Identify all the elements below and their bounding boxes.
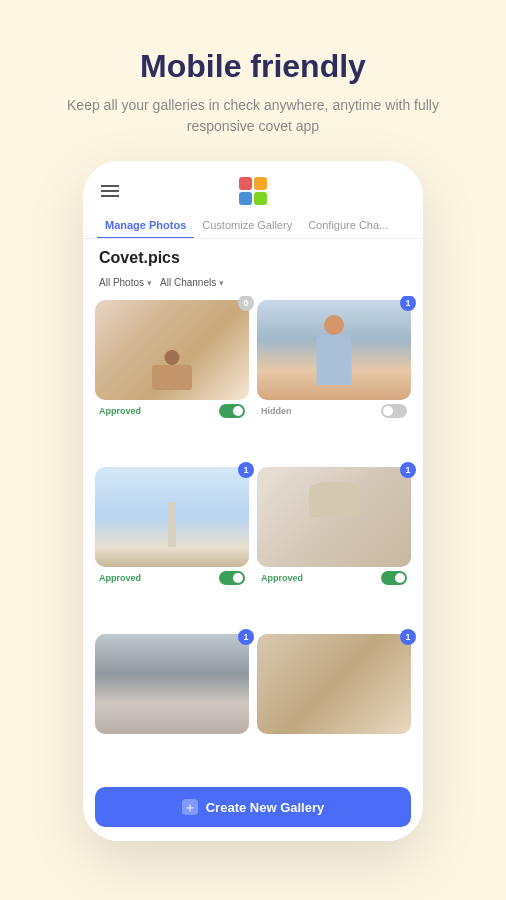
toggle-2[interactable] — [381, 404, 407, 418]
photo-image-5 — [95, 634, 249, 734]
badge-5: 1 — [238, 629, 254, 645]
page-header: Mobile friendly Keep all your galleries … — [0, 0, 506, 161]
toggle-4[interactable] — [381, 571, 407, 585]
status-label-1: Approved — [99, 406, 141, 416]
photo-card-1[interactable]: 0 Approved — [95, 300, 249, 459]
photo-image-2 — [257, 300, 411, 400]
logo-cell-i — [254, 177, 267, 190]
menu-icon[interactable] — [101, 185, 119, 197]
photo-card-4[interactable]: 1 Approved — [257, 467, 411, 626]
photo-card-2[interactable]: 1 Hidden — [257, 300, 411, 459]
tab-configure-channels[interactable]: Configure Cha... — [300, 213, 396, 239]
badge-1: 0 — [238, 296, 254, 311]
status-row-1: Approved — [95, 400, 249, 418]
page-title: Mobile friendly — [40, 48, 466, 85]
photo-card-5[interactable]: 1 — [95, 634, 249, 775]
nav-tabs: Manage Photos Customize Gallery Configur… — [83, 213, 423, 239]
tab-customize-gallery[interactable]: Customize Gallery — [194, 213, 300, 239]
status-label-3: Approved — [99, 573, 141, 583]
filter-all-channels[interactable]: All Channels — [160, 277, 224, 288]
status-label-4: Approved — [261, 573, 303, 583]
phone-mockup: Manage Photos Customize Gallery Configur… — [83, 161, 423, 841]
toggle-1[interactable] — [219, 404, 245, 418]
photo-image-1 — [95, 300, 249, 400]
photo-card-3[interactable]: 1 Approved — [95, 467, 249, 626]
create-gallery-label: Create New Gallery — [206, 800, 325, 815]
badge-4: 1 — [400, 462, 416, 478]
badge-3: 1 — [238, 462, 254, 478]
logo-cell-p — [239, 177, 252, 190]
badge-6: 1 — [400, 629, 416, 645]
photo-image-4 — [257, 467, 411, 567]
filter-row: All Photos All Channels — [83, 273, 423, 296]
logo-cell-c — [239, 192, 252, 205]
tab-manage-photos[interactable]: Manage Photos — [97, 213, 194, 239]
phone-inner: Manage Photos Customize Gallery Configur… — [83, 161, 423, 841]
photo-card-6[interactable]: 1 — [257, 634, 411, 775]
status-row-4: Approved — [257, 567, 411, 585]
filter-all-photos[interactable]: All Photos — [99, 277, 152, 288]
gallery-title: Covet.pics — [83, 239, 423, 273]
status-label-2: Hidden — [261, 406, 292, 416]
toggle-3[interactable] — [219, 571, 245, 585]
create-gallery-button[interactable]: ＋ Create New Gallery — [95, 787, 411, 827]
photo-image-6 — [257, 634, 411, 734]
logo-cell-s — [254, 192, 267, 205]
top-bar — [83, 161, 423, 213]
status-row-3: Approved — [95, 567, 249, 585]
plus-icon: ＋ — [182, 799, 198, 815]
photos-grid: 0 Approved 1 Hidden 1 App — [83, 296, 423, 779]
bottom-bar: ＋ Create New Gallery — [83, 779, 423, 841]
page-subtitle: Keep all your galleries in check anywher… — [40, 95, 466, 137]
badge-2: 1 — [400, 296, 416, 311]
photo-image-3 — [95, 467, 249, 567]
app-logo — [239, 177, 267, 205]
status-row-2: Hidden — [257, 400, 411, 418]
